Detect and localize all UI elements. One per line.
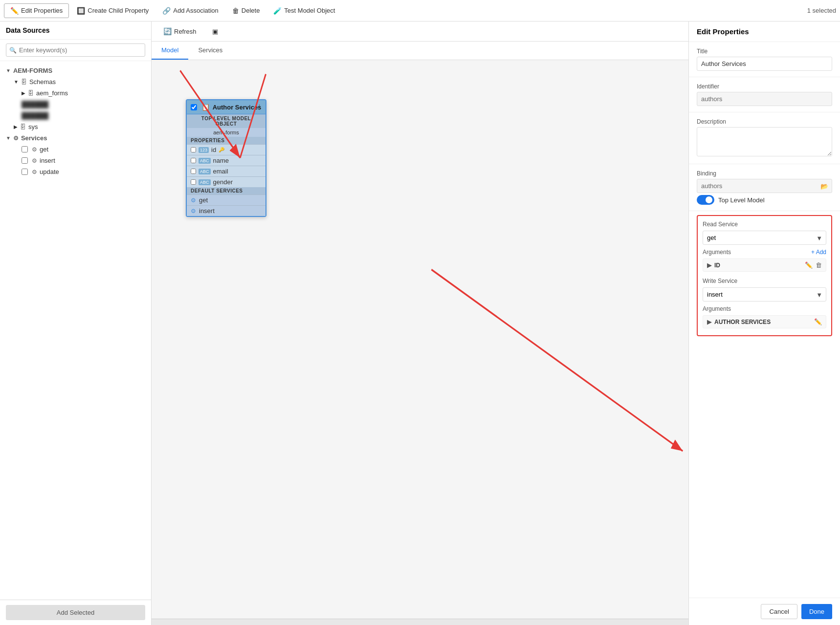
service-insert-item[interactable]: ⚙ insert xyxy=(0,155,151,166)
arg-actions: ✏️ 🗑 xyxy=(805,261,822,269)
test-model-object-button[interactable]: 🧪 Test Model Object xyxy=(267,4,341,18)
title-section: Title xyxy=(689,42,840,77)
read-args-label: Arguments xyxy=(703,249,731,256)
sidebar-footer: Add Selected xyxy=(0,600,151,625)
aem-forms-group: ▼ AEM-FORMS ▼ 🗄 Schemas ▶ 🗄 aem_forms ██… xyxy=(0,65,151,132)
expand-icon: ▣ xyxy=(212,28,218,35)
chevron-icon: ▶ xyxy=(14,124,18,129)
sys-item[interactable]: ▶ 🗄 sys xyxy=(0,121,151,132)
aem-forms-schema-item[interactable]: ▶ 🗄 aem_forms xyxy=(0,87,151,99)
model-prop-email[interactable]: ABC email xyxy=(187,166,265,176)
arg-expand-icon[interactable]: ▶ xyxy=(707,261,712,269)
refresh-icon: 🔄 xyxy=(163,27,172,35)
sidebar-title: Data Sources xyxy=(0,22,151,40)
right-panel-footer: Cancel Done xyxy=(689,598,840,625)
test-icon: 🧪 xyxy=(273,7,282,15)
service-get-label: get xyxy=(40,146,48,153)
edit-properties-button[interactable]: ✏️ Edit Properties xyxy=(4,3,69,18)
read-service-select[interactable]: get insert update xyxy=(703,231,826,245)
top-level-toggle[interactable] xyxy=(697,195,714,205)
write-arg-actions: ✏️ xyxy=(814,318,822,325)
prop-gender-checkbox[interactable] xyxy=(191,179,196,185)
service-icon: ⚙ xyxy=(32,169,37,175)
model-prop-name[interactable]: ABC name xyxy=(187,155,265,166)
create-child-property-button[interactable]: 🔲 Create Child Property xyxy=(71,4,155,18)
prop-name-checkbox[interactable] xyxy=(191,158,196,163)
chevron-icon: ▶ xyxy=(22,90,25,96)
write-service-inner: Write Service get insert update ▼ Argume… xyxy=(703,278,826,328)
service-update-checkbox[interactable] xyxy=(22,169,28,175)
prop-name-gender: gender xyxy=(213,178,233,186)
center-area: 🔄 Refresh ▣ Model Services 📋 Author Serv… xyxy=(152,22,688,625)
blurred-item-2[interactable]: ██████ xyxy=(0,110,151,121)
delete-button[interactable]: 🗑 Delete xyxy=(226,4,266,18)
services-label: Services xyxy=(21,134,47,142)
canvas-scrollbar[interactable] xyxy=(152,619,688,625)
service-icon: ⚙ xyxy=(32,157,37,164)
prop-name-id: id xyxy=(211,146,216,153)
service-icon: ⚙ xyxy=(32,146,37,153)
prop-name-name: name xyxy=(213,157,229,164)
write-args-label: Arguments xyxy=(703,305,731,312)
read-add-button[interactable]: + Add xyxy=(811,249,826,256)
model-prop-id[interactable]: 123 id 🔑 xyxy=(187,144,265,155)
model-card-subtitle: TOP LEVEL MODEL OBJECT xyxy=(187,114,265,128)
model-card-menu-icon[interactable]: ⋮ xyxy=(256,103,263,110)
add-association-button[interactable]: 🔗 Add Association xyxy=(156,4,224,18)
top-level-toggle-row: Top Level Model xyxy=(697,195,832,205)
description-label: Description xyxy=(697,118,832,125)
cancel-button[interactable]: Cancel xyxy=(761,604,797,619)
services-group-header[interactable]: ▼ ⚙ Services xyxy=(0,132,151,144)
model-card-checkbox[interactable] xyxy=(191,104,197,110)
model-service-insert[interactable]: ⚙ insert xyxy=(187,205,265,216)
search-input[interactable] xyxy=(6,43,145,57)
prop-type-name: ABC xyxy=(199,158,211,164)
sidebar-search-container: 🔍 xyxy=(0,40,151,61)
model-service-get[interactable]: ⚙ get xyxy=(187,194,265,205)
right-panel-title: Edit Properties xyxy=(689,22,840,42)
add-selected-button[interactable]: Add Selected xyxy=(6,605,145,620)
canvas-area[interactable]: 📋 Author Services ⋮ TOP LEVEL MODEL OBJE… xyxy=(152,60,688,619)
schemas-item[interactable]: ▼ 🗄 Schemas xyxy=(0,76,151,87)
center-tabs: Model Services xyxy=(152,42,688,60)
write-args-header: Arguments xyxy=(703,305,826,312)
aem-forms-schema-label: aem_forms xyxy=(36,89,68,97)
model-card[interactable]: 📋 Author Services ⋮ TOP LEVEL MODEL OBJE… xyxy=(186,99,266,217)
identifier-label: Identifier xyxy=(697,83,832,90)
title-label: Title xyxy=(697,48,832,55)
top-level-label: Top Level Model xyxy=(718,196,765,204)
tab-services[interactable]: Services xyxy=(188,42,232,60)
service-get-checkbox[interactable] xyxy=(22,146,28,152)
model-card-title: Author Services xyxy=(212,104,262,111)
chevron-icon: ▼ xyxy=(6,135,11,141)
write-arg-edit-button[interactable]: ✏️ xyxy=(814,318,822,325)
service-insert-checkbox[interactable] xyxy=(22,157,28,164)
services-group: ▼ ⚙ Services ⚙ get ⚙ insert ⚙ upd xyxy=(0,132,151,177)
service-get-item[interactable]: ⚙ get xyxy=(0,144,151,155)
service-update-item[interactable]: ⚙ update xyxy=(0,166,151,177)
write-service-label: Write Service xyxy=(703,278,826,284)
arg-delete-button[interactable]: 🗑 xyxy=(816,261,822,269)
arg-author-expand-icon[interactable]: ▶ xyxy=(707,318,712,325)
binding-label: Binding xyxy=(697,170,832,177)
prop-id-checkbox[interactable] xyxy=(191,147,196,152)
description-textarea[interactable] xyxy=(697,127,832,156)
aem-forms-group-header[interactable]: ▼ AEM-FORMS xyxy=(0,65,151,76)
prop-email-checkbox[interactable] xyxy=(191,169,196,174)
read-write-service-section: Read Service get insert update ▼ Argumen… xyxy=(697,215,832,336)
title-input[interactable] xyxy=(697,57,832,71)
service-update-label: update xyxy=(40,168,59,175)
prop-type-email: ABC xyxy=(199,169,211,174)
arg-id-name: ID xyxy=(714,262,805,269)
association-icon: 🔗 xyxy=(162,7,171,15)
blurred-item-1[interactable]: ██████ xyxy=(0,99,151,110)
tab-model[interactable]: Model xyxy=(152,42,188,60)
refresh-button[interactable]: 🔄 Refresh xyxy=(157,24,202,38)
model-prop-gender[interactable]: ABC gender xyxy=(187,176,265,187)
write-service-select[interactable]: get insert update xyxy=(703,287,826,302)
arg-edit-button[interactable]: ✏️ xyxy=(805,261,813,269)
done-button[interactable]: Done xyxy=(801,604,832,619)
read-service-label: Read Service xyxy=(703,221,826,228)
expand-button[interactable]: ▣ xyxy=(206,25,224,38)
binding-icon[interactable]: 📂 xyxy=(820,182,828,190)
